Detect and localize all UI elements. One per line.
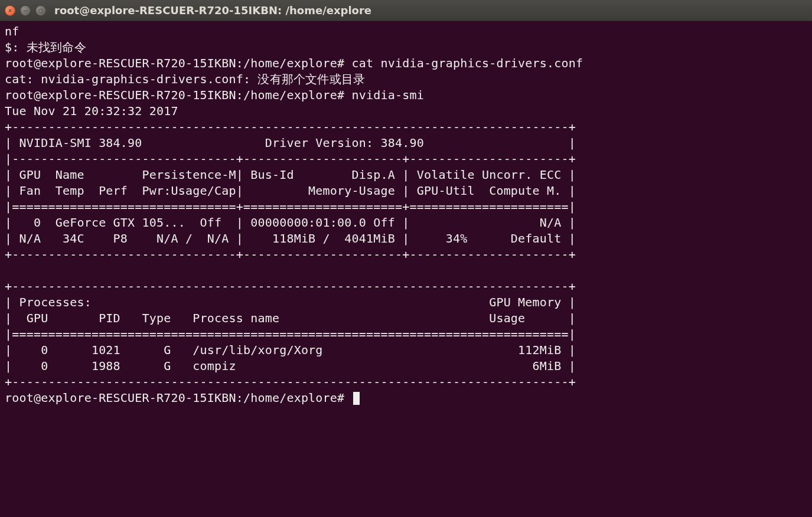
- smi-separator: |=======================================…: [5, 327, 576, 341]
- smi-blank: [5, 263, 576, 277]
- window-controls: ✕ – ▢: [5, 5, 46, 16]
- window-titlebar: ✕ – ▢ root@explore-RESCUER-R720-15IKBN: …: [0, 0, 812, 21]
- smi-proc-row: | 0 1988 G compiz 6MiB |: [5, 359, 576, 373]
- smi-border: +---------------------------------------…: [5, 279, 576, 293]
- term-line: cat: nvidia-graphics-drivers.conf: 没有那个文…: [5, 72, 365, 86]
- smi-border: +-------------------------------+-------…: [5, 247, 576, 261]
- minimize-icon[interactable]: –: [20, 5, 31, 16]
- smi-proc-header: | GPU PID Type Process name Usage |: [5, 311, 576, 325]
- term-line: Tue Nov 21 20:32:32 2017: [5, 104, 229, 118]
- smi-border: +---------------------------------------…: [5, 375, 576, 389]
- smi-gpu-row: | N/A 34C P8 N/A / N/A | 118MiB / 4041Mi…: [5, 231, 576, 246]
- term-line: $: 未找到命令: [5, 40, 86, 54]
- term-line: root@explore-RESCUER-R720-15IKBN:/home/e…: [5, 56, 583, 70]
- smi-proc-row: | 0 1021 G /usr/lib/xorg/Xorg 112MiB |: [5, 343, 576, 357]
- term-line: nf: [5, 24, 19, 38]
- smi-header-row: | GPU Name Persistence-M| Bus-Id Disp.A …: [5, 168, 576, 182]
- terminal-output[interactable]: nf $: 未找到命令 root@explore-RESCUER-R720-15…: [0, 21, 812, 411]
- smi-version-row: | NVIDIA-SMI 384.90 Driver Version: 384.…: [5, 136, 576, 150]
- maximize-icon[interactable]: ▢: [35, 5, 46, 16]
- smi-separator: |===============================+=======…: [5, 199, 576, 214]
- smi-gpu-row: | 0 GeForce GTX 105... Off | 00000000:01…: [5, 215, 576, 230]
- window-title: root@explore-RESCUER-R720-15IKBN: /home/…: [54, 4, 371, 17]
- smi-proc-header: | Processes: GPU Memory |: [5, 295, 576, 309]
- smi-header-row: | Fan Temp Perf Pwr:Usage/Cap| Memory-Us…: [5, 184, 576, 198]
- close-icon[interactable]: ✕: [5, 5, 15, 16]
- prompt: root@explore-RESCUER-R720-15IKBN:/home/e…: [5, 391, 352, 405]
- cursor-icon[interactable]: [353, 392, 360, 405]
- smi-border: +---------------------------------------…: [5, 120, 576, 134]
- term-line: root@explore-RESCUER-R720-15IKBN:/home/e…: [5, 88, 424, 102]
- smi-separator: |-------------------------------+-------…: [5, 152, 576, 166]
